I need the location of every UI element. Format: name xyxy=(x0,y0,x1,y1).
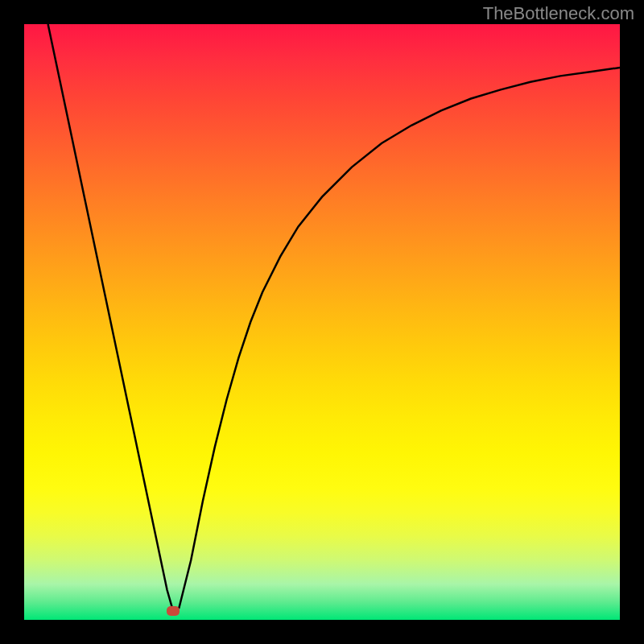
optimal-point-marker xyxy=(167,606,180,616)
chart-gradient-area xyxy=(24,24,620,620)
bottleneck-curve xyxy=(48,24,620,611)
curve-svg xyxy=(24,24,620,620)
watermark-text: TheBottleneck.com xyxy=(483,3,634,24)
